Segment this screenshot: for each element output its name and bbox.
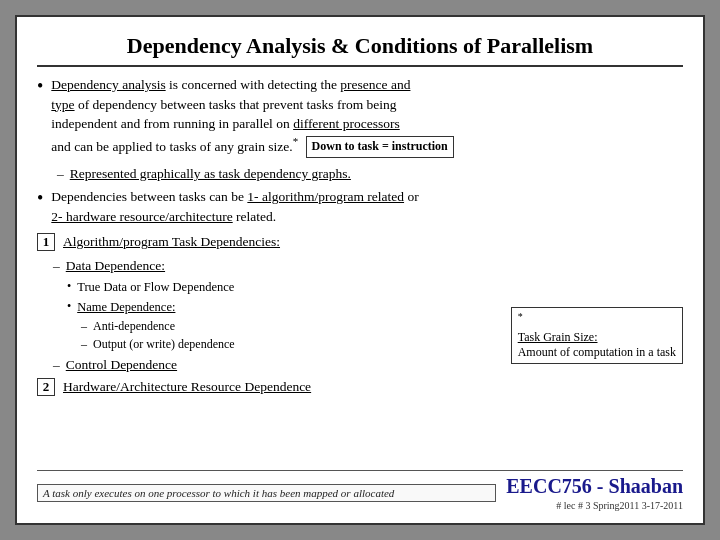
bullet-dot-2: • (37, 185, 43, 211)
algo-underline: 1- algorithm/program related (247, 189, 404, 204)
slide-title: Dependency Analysis & Conditions of Para… (37, 33, 683, 67)
sub-dash-data-dep: – Data Dependence: (53, 256, 683, 276)
sub-dash-sym-1: – (53, 256, 60, 276)
bullet-small-dot-1: • (67, 278, 71, 296)
ctrl-dep-underline: Control Dependence (66, 357, 177, 372)
bullet1-line3: independent and from running in parallel… (51, 116, 293, 131)
bullet-1-text: Dependency analysis is concerned with de… (51, 75, 683, 158)
footer-right-container: EECC756 - Shaaban # lec # 3 Spring2011 3… (506, 475, 683, 511)
dep-analysis-label: Dependency analysis (51, 77, 165, 92)
footnote-box: * Task Grain Size: Amount of computation… (511, 307, 683, 364)
slide-content: • Dependency analysis is concerned with … (37, 75, 683, 466)
section-1-header: 1 Algorithm/program Task Dependencies: (37, 232, 683, 252)
tooltip-box: Down to task = instruction (306, 136, 454, 157)
slide: Dependency Analysis & Conditions of Para… (15, 15, 705, 525)
ctrl-dep-label: Control Dependence (66, 357, 177, 372)
section-1-num: 1 (37, 233, 55, 251)
bullet-dot-1: • (37, 73, 43, 99)
sec2-title: Hardware/Architecture Resource Dependenc… (63, 379, 311, 394)
diff-proc-underline: different processors (293, 116, 400, 131)
name-dep-label: Name Dependence: (77, 300, 175, 314)
footer-course-label: EECC756 - Shaaban (506, 475, 683, 498)
sec1-title-underline: Algorithm/program Task Dependencies: (63, 234, 280, 249)
type-underline: type (51, 97, 74, 112)
footnote-title-text: Task Grain Size: (518, 330, 676, 346)
bullet1-line4: and can be applied to tasks of any grain… (51, 138, 292, 153)
mini-dash-1: – (81, 318, 87, 335)
data-dep-underline: Data Dependence: (66, 258, 165, 273)
bullet-2-text: Dependencies between tasks can be 1- alg… (51, 187, 683, 226)
footnote-star: * (518, 311, 523, 322)
ctrl-dep-text: Control Dependence (66, 355, 177, 375)
true-data-text: True Data or Flow Dependence (77, 278, 234, 296)
dash-1-text: Represented graphically as task dependen… (70, 164, 351, 184)
true-data-item: • True Data or Flow Dependence (67, 278, 683, 296)
anti-dep-text: Anti-dependence (93, 318, 175, 335)
bullet2-e: related. (233, 209, 276, 224)
rep-graph-underline: Represented graphically as task dependen… (70, 166, 351, 181)
bullet-2: • Dependencies between tasks can be 1- a… (37, 187, 683, 226)
name-dep-text: Name Dependence: (77, 298, 175, 316)
dep-analysis-underline: Dependency analysis (51, 77, 165, 92)
footnote-star-line: * (518, 310, 676, 330)
mini-dash-2: – (81, 336, 87, 353)
star-ref-1: * (293, 135, 299, 147)
section-2-title-text: Hardware/Architecture Resource Dependenc… (63, 377, 683, 397)
footer-sub-text: # lec # 3 Spring2011 3-17-2011 (506, 500, 683, 511)
dash-symbol-1: – (57, 164, 64, 184)
dash-item-1: – Represented graphically as task depend… (57, 164, 683, 184)
bullet2-a: Dependencies between tasks can be (51, 189, 247, 204)
section-2-header: 2 Hardware/Architecture Resource Depende… (37, 377, 683, 397)
footnote-title-label: Task Grain Size: (518, 330, 598, 344)
sub-dash-sym-2: – (53, 355, 60, 375)
name-dep-underline: Name Dependence: (77, 300, 175, 314)
bullet1-b: is concerned with detecting the (166, 77, 341, 92)
section-1-title-text: Algorithm/program Task Dependencies: (63, 232, 683, 252)
sec2-title-underline: Hardware/Architecture Resource Dependenc… (63, 379, 311, 394)
presence-and-underline: presence and (340, 77, 410, 92)
bullet-small-dot-2: • (67, 298, 71, 316)
hw-underline: 2- hardware resource/architecture (51, 209, 232, 224)
footer-area: A task only executes on one processor to… (37, 470, 683, 511)
bullet2-c: or (404, 189, 419, 204)
sec1-title: Algorithm/program Task Dependencies: (63, 234, 280, 249)
footnote-title-underline: Task Grain Size: (518, 330, 598, 344)
data-dep-text: Data Dependence: (66, 258, 165, 273)
section-2-num: 2 (37, 378, 55, 396)
bullet-1: • Dependency analysis is concerned with … (37, 75, 683, 158)
footnote-body-text: Amount of computation in a task (518, 345, 676, 361)
sec1-sub1: Data Dependence: (66, 256, 165, 276)
bullet1-line2b: of dependency between tasks that prevent… (75, 97, 397, 112)
footer-left-text: A task only executes on one processor to… (37, 484, 496, 502)
output-dep-text: Output (or write) dependence (93, 336, 235, 353)
